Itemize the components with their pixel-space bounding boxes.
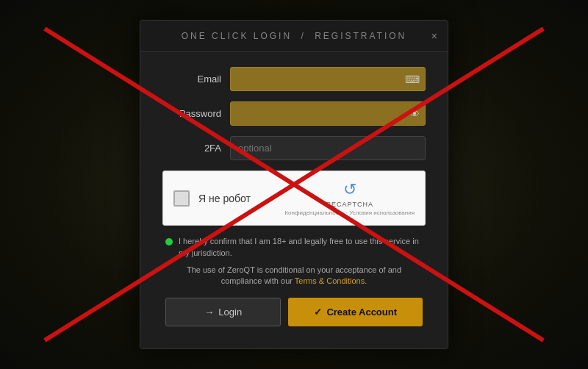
- captcha-right: ↺ reCAPTCHA Конфиденциальность · Условия…: [284, 180, 415, 216]
- recaptcha-logo-icon: ↺: [343, 180, 356, 199]
- captcha-links: Конфиденциальность · Условия использован…: [284, 209, 415, 216]
- twofa-row: 2FA: [162, 136, 426, 160]
- modal-body: Email ⌨ Password 👁 2FA Я не робот: [140, 52, 448, 334]
- email-row: Email ⌨: [162, 67, 426, 91]
- terms-confirm-text: I hereby confirm that I am 18+ and legal…: [179, 236, 423, 259]
- twofa-label: 2FA: [162, 143, 221, 154]
- modal-header: ONE CLICK LOGIN / REGISTRATION ×: [140, 21, 448, 52]
- buttons-row: → Login ✓ Create Account: [162, 298, 426, 326]
- terms-compliance: The use of ZeroQT is conditional on your…: [162, 265, 426, 287]
- create-check-icon: ✓: [314, 307, 322, 318]
- login-label: Login: [218, 307, 242, 318]
- terms-confirm-row: I hereby confirm that I am 18+ and legal…: [162, 236, 426, 259]
- captcha-left: Я не робот: [173, 190, 251, 207]
- login-button[interactable]: → Login: [165, 298, 281, 326]
- password-input[interactable]: [230, 101, 426, 126]
- twofa-input[interactable]: [230, 136, 426, 160]
- email-input[interactable]: [230, 67, 426, 91]
- eye-icon: 👁: [409, 108, 420, 120]
- recaptcha-brand: reCAPTCHA: [326, 201, 373, 208]
- close-button[interactable]: ×: [431, 31, 437, 41]
- create-account-button[interactable]: ✓ Create Account: [288, 298, 423, 326]
- captcha-checkbox[interactable]: [173, 190, 190, 207]
- captcha-wrap: Я не робот ↺ reCAPTCHA Конфиденциальност…: [162, 171, 426, 226]
- email-label: Email: [162, 74, 221, 85]
- keyboard-icon: ⌨: [405, 74, 420, 85]
- captcha-box[interactable]: Я не робот ↺ reCAPTCHA Конфиденциальност…: [162, 171, 426, 226]
- password-row: Password 👁: [162, 101, 426, 126]
- captcha-text: Я не робот: [198, 193, 251, 204]
- password-input-wrap: 👁: [230, 101, 426, 126]
- modal-dialog: ONE CLICK LOGIN / REGISTRATION × Email ⌨…: [140, 20, 448, 349]
- create-account-label: Create Account: [326, 307, 397, 318]
- login-arrow-icon: →: [204, 307, 214, 318]
- password-label: Password: [162, 108, 221, 119]
- modal-title: ONE CLICK LOGIN / REGISTRATION: [182, 31, 407, 41]
- terms-dot-icon: [165, 238, 173, 246]
- email-input-wrap: ⌨: [230, 67, 426, 91]
- terms-link[interactable]: Terms & Conditions.: [295, 276, 367, 285]
